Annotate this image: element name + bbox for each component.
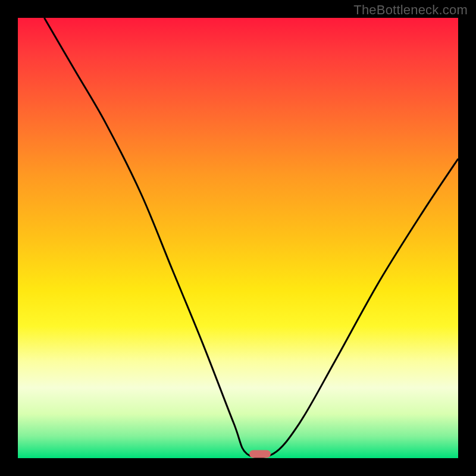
bottleneck-curve-path xyxy=(44,18,458,458)
chart-container: TheBottleneck.com xyxy=(0,0,476,476)
optimal-point-marker xyxy=(249,450,271,458)
plot-area xyxy=(18,18,458,458)
bottleneck-curve-svg xyxy=(18,18,458,458)
watermark-text: TheBottleneck.com xyxy=(353,2,468,18)
